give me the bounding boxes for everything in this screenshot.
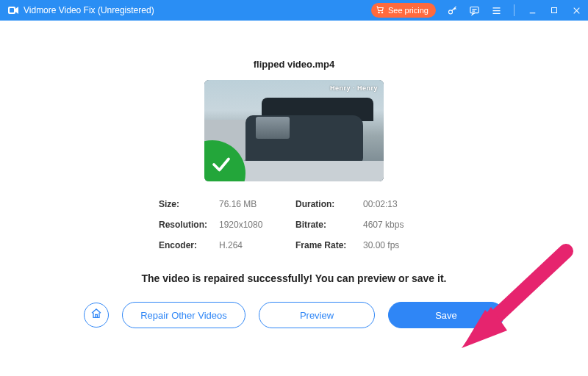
svg-rect-1 xyxy=(10,8,14,12)
framerate-label: Frame Rate: xyxy=(295,240,360,250)
svg-point-3 xyxy=(381,12,383,13)
repair-other-videos-button[interactable]: Repair Other Videos xyxy=(122,302,245,328)
svg-point-4 xyxy=(448,10,452,13)
framerate-value: 30.00 fps xyxy=(363,240,429,250)
status-message: The video is repaired successfully! You … xyxy=(142,272,447,284)
app-logo-icon xyxy=(7,4,19,16)
svg-rect-6 xyxy=(552,8,557,13)
minimize-button[interactable] xyxy=(526,4,538,16)
action-row: Repair Other Videos Preview Save xyxy=(84,302,504,328)
see-pricing-button[interactable]: See pricing xyxy=(371,3,436,18)
cart-icon xyxy=(376,5,384,15)
size-label: Size: xyxy=(159,199,216,209)
video-thumbnail[interactable]: Henry · Henry xyxy=(204,80,384,181)
svg-rect-5 xyxy=(470,7,478,12)
svg-point-2 xyxy=(379,12,380,13)
video-info: Size: 76.16 MB Duration: 00:02:13 Resolu… xyxy=(159,199,429,250)
bitrate-value: 4607 kbps xyxy=(363,220,429,230)
thumb-watermark: Henry · Henry xyxy=(330,84,378,92)
save-button[interactable]: Save xyxy=(388,302,504,328)
maximize-button[interactable] xyxy=(548,4,560,16)
encoder-value: H.264 xyxy=(219,240,293,250)
resolution-label: Resolution: xyxy=(159,220,216,230)
main-content: flipped video.mp4 Henry · Henry Size: 76… xyxy=(0,21,588,376)
preview-button[interactable]: Preview xyxy=(259,302,375,328)
close-button[interactable] xyxy=(570,4,582,16)
home-button[interactable] xyxy=(84,303,109,328)
resolution-value: 1920x1080 xyxy=(219,220,293,230)
file-name: flipped video.mp4 xyxy=(254,59,335,70)
app-title: Vidmore Video Fix (Unregistered) xyxy=(24,5,154,15)
feedback-icon[interactable] xyxy=(468,4,480,16)
titlebar: Vidmore Video Fix (Unregistered) See pri… xyxy=(0,0,588,21)
pricing-label: See pricing xyxy=(388,6,429,15)
duration-value: 00:02:13 xyxy=(363,199,429,209)
duration-label: Duration: xyxy=(295,199,360,209)
encoder-label: Encoder: xyxy=(159,240,216,250)
separator xyxy=(514,4,514,16)
menu-icon[interactable] xyxy=(490,4,502,16)
size-value: 76.16 MB xyxy=(219,199,293,209)
home-icon xyxy=(90,308,102,322)
bitrate-label: Bitrate: xyxy=(295,220,360,230)
key-icon[interactable] xyxy=(446,4,458,16)
